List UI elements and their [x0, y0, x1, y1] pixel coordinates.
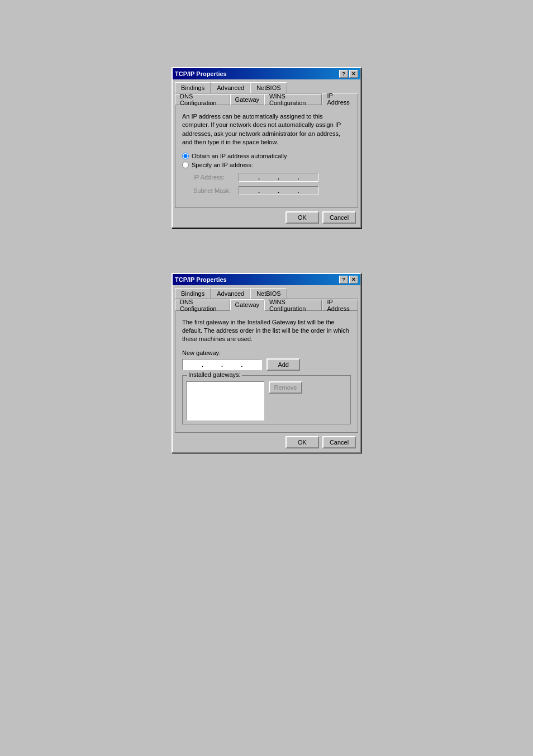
dialog1-title: TCP/IP Properties — [175, 70, 339, 77]
subnet-seg1-1[interactable] — [241, 187, 257, 194]
subnet-seg2-1[interactable] — [261, 187, 277, 194]
gw-seg4[interactable] — [244, 361, 259, 368]
radio-auto-1: Obtain an IP address automatically — [182, 153, 351, 159]
dialog2-title: TCP/IP Properties — [175, 276, 339, 283]
tab-gateway-2[interactable]: Gateway — [230, 299, 264, 310]
installed-gateways-group: Installed gateways: Remove — [182, 375, 351, 424]
tab-wins-2[interactable]: WINS Configuration — [264, 300, 322, 311]
ip-seg2-1[interactable] — [261, 174, 277, 181]
tab-wins-1[interactable]: WINS Configuration — [264, 94, 322, 105]
new-gateway-input: . . . — [182, 359, 262, 370]
tabs-row1-2: Bindings Advanced NetBIOS — [175, 287, 358, 299]
radio-obtain-label-1: Obtain an IP address automatically — [192, 153, 287, 159]
ip-seg4-1[interactable] — [300, 174, 316, 181]
ok-button-2[interactable]: OK — [285, 436, 319, 448]
gateway-list: Remove — [186, 381, 347, 420]
tabs-row2-2: DNS Configuration Gateway WINS Configura… — [175, 299, 358, 310]
tcpip-dialog-2: TCP/IP Properties ? ✕ Bindings Advanced … — [172, 273, 361, 453]
tabs-row1-1: Bindings Advanced NetBIOS — [175, 82, 358, 93]
gw-seg1[interactable] — [185, 361, 201, 368]
ip-address-label-1: IP Address: — [193, 174, 235, 181]
description-2: The first gateway in the Installed Gatew… — [182, 318, 351, 344]
tab-dns-2[interactable]: DNS Configuration — [175, 300, 230, 311]
title-bar-buttons-1: ? ✕ — [339, 70, 358, 78]
subnet-mask-input-1: . . . — [239, 186, 318, 195]
title-bar-1: TCP/IP Properties ? ✕ — [173, 68, 360, 79]
cancel-button-2[interactable]: Cancel — [322, 436, 356, 448]
tabs-row1-container-2: Bindings Advanced NetBIOS DNS Configurat… — [173, 285, 360, 310]
radio-specify-label-1: Specify an IP address: — [192, 162, 253, 168]
tab-bindings-1[interactable]: Bindings — [175, 82, 211, 93]
gw-dot1: . — [202, 361, 203, 368]
footer-1: OK Cancel — [173, 208, 360, 227]
ip-dot1-1: . — [258, 174, 260, 181]
footer-2: OK Cancel — [173, 433, 360, 452]
tcpip-dialog-1: TCP/IP Properties ? ✕ Bindings Advanced … — [172, 67, 361, 228]
gw-dot3: . — [241, 361, 242, 368]
tabs-row2-1: DNS Configuration Gateway WINS Configura… — [175, 93, 358, 105]
tab-advanced-2[interactable]: Advanced — [211, 288, 250, 299]
add-button[interactable]: Add — [266, 358, 300, 371]
title-bar-buttons-2: ? ✕ — [339, 276, 358, 284]
new-gateway-label: New gateway: — [182, 349, 221, 356]
content-1: An IP address can be automatically assig… — [180, 109, 353, 203]
ip-seg3-1[interactable] — [280, 174, 296, 181]
tabs-row1-container-1: Bindings Advanced NetBIOS DNS Configurat… — [173, 79, 360, 105]
tab-panel-2: The first gateway in the Installed Gatew… — [175, 310, 358, 433]
gateway-input-row: . . . Add — [182, 358, 351, 371]
radio-group-1: Obtain an IP address automatically Speci… — [182, 153, 351, 168]
gw-seg3[interactable] — [224, 361, 240, 368]
tab-ipaddress-1[interactable]: IP Address — [322, 93, 358, 105]
tab-bindings-2[interactable]: Bindings — [175, 288, 211, 299]
subnet-dot3-1: . — [297, 187, 299, 194]
description-1: An IP address can be automatically assig… — [182, 112, 351, 147]
ip-seg1-1[interactable] — [241, 174, 257, 181]
subnet-seg4-1[interactable] — [300, 187, 316, 194]
title-bar-2: TCP/IP Properties ? ✕ — [173, 274, 360, 285]
ip-dot2-1: . — [278, 174, 279, 181]
close-button-1[interactable]: ✕ — [349, 70, 358, 78]
installed-gateways-label: Installed gateways: — [187, 371, 242, 378]
cancel-button-1[interactable]: Cancel — [322, 211, 356, 224]
subnet-dot2-1: . — [278, 187, 279, 194]
gw-dot2: . — [221, 361, 223, 368]
ip-address-input-1: . . . — [239, 173, 318, 182]
help-button-2[interactable]: ? — [339, 276, 348, 284]
tab-ipaddress-2[interactable]: IP Address — [322, 300, 358, 311]
radio-specify-1: Specify an IP address: — [182, 162, 351, 168]
subnet-mask-row-1: Subnet Mask: . . . — [193, 186, 351, 195]
gw-seg2[interactable] — [204, 361, 220, 368]
help-button-1[interactable]: ? — [339, 70, 348, 78]
gateway-list-box[interactable] — [186, 381, 264, 420]
ip-dot3-1: . — [297, 174, 299, 181]
tab-netbios-2[interactable]: NetBIOS — [250, 288, 287, 299]
tab-gateway-1[interactable]: Gateway — [230, 94, 264, 105]
radio-obtain-1[interactable] — [182, 153, 189, 159]
remove-button[interactable]: Remove — [269, 381, 302, 394]
tab-advanced-1[interactable]: Advanced — [211, 82, 250, 93]
tab-panel-1: An IP address can be automatically assig… — [175, 105, 358, 208]
ip-address-row-1: IP Address: . . . — [193, 173, 351, 182]
close-button-2[interactable]: ✕ — [349, 276, 358, 284]
content-2: The first gateway in the Installed Gatew… — [180, 315, 353, 428]
ok-button-1[interactable]: OK — [285, 211, 319, 224]
tab-dns-1[interactable]: DNS Configuration — [175, 94, 230, 105]
tab-netbios-1[interactable]: NetBIOS — [250, 82, 287, 93]
new-gateway-label-row: New gateway: — [182, 349, 351, 356]
subnet-dot1-1: . — [258, 187, 260, 194]
subnet-mask-label-1: Subnet Mask: — [193, 187, 235, 194]
subnet-seg3-1[interactable] — [280, 187, 296, 194]
radio-specify-input-1[interactable] — [182, 162, 189, 168]
